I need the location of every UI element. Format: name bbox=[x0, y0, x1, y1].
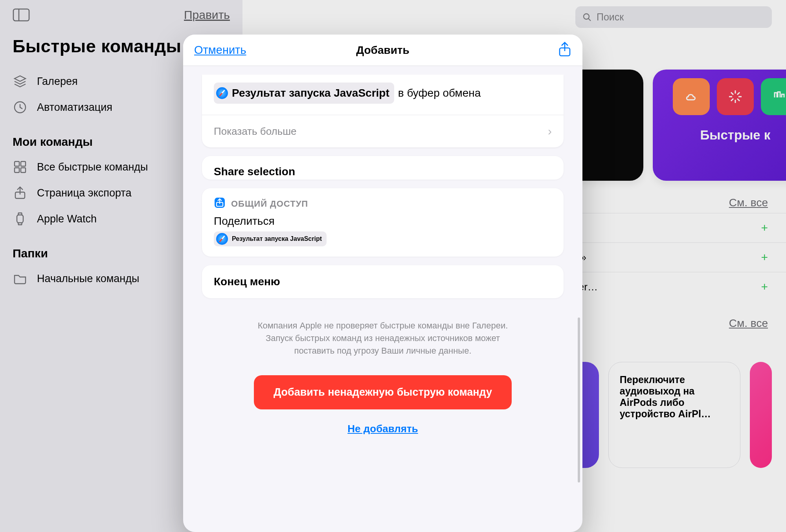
modal-body: Результат запуска JavaScript в буфер обм… bbox=[183, 66, 582, 532]
show-more-row[interactable]: Показать больше › bbox=[202, 115, 564, 147]
show-more-label: Показать больше bbox=[214, 125, 297, 138]
add-shortcut-modal: Отменить Добавить Результат запуска Java… bbox=[183, 35, 582, 532]
scrollbar[interactable] bbox=[578, 317, 580, 482]
section-header-label: Конец меню bbox=[202, 265, 564, 298]
modal-title: Добавить bbox=[356, 44, 410, 57]
section-header-end: Конец меню bbox=[202, 265, 564, 298]
action-badge: ОБЩИЙ ДОСТУП bbox=[231, 199, 308, 209]
section-header-share: Share selection bbox=[202, 156, 564, 180]
safari-icon bbox=[216, 87, 228, 99]
share-icon bbox=[214, 197, 226, 211]
action-text: в буфер обмена bbox=[398, 84, 481, 102]
share-button[interactable] bbox=[558, 42, 571, 59]
warning-text: Компания Apple не проверяет быстрые кома… bbox=[216, 319, 549, 357]
add-untrusted-button[interactable]: Добавить ненадежную быструю команду bbox=[254, 375, 512, 409]
variable-pill[interactable]: Результат запуска JavaScript bbox=[214, 231, 327, 246]
chevron-right-icon: › bbox=[548, 125, 552, 138]
modal-header: Отменить Добавить bbox=[183, 35, 582, 66]
safari-icon bbox=[216, 233, 228, 245]
action-title: Поделиться bbox=[202, 211, 564, 230]
action-card-share: ОБЩИЙ ДОСТУП Поделиться Результат запуск… bbox=[202, 188, 564, 257]
variable-pill[interactable]: Результат запуска JavaScript bbox=[214, 83, 394, 104]
dont-add-link[interactable]: Не добавлять bbox=[202, 423, 564, 435]
section-header-label: Share selection bbox=[202, 156, 564, 180]
action-card-clipboard: Результат запуска JavaScript в буфер обм… bbox=[202, 75, 564, 147]
cancel-button[interactable]: Отменить bbox=[194, 44, 246, 57]
